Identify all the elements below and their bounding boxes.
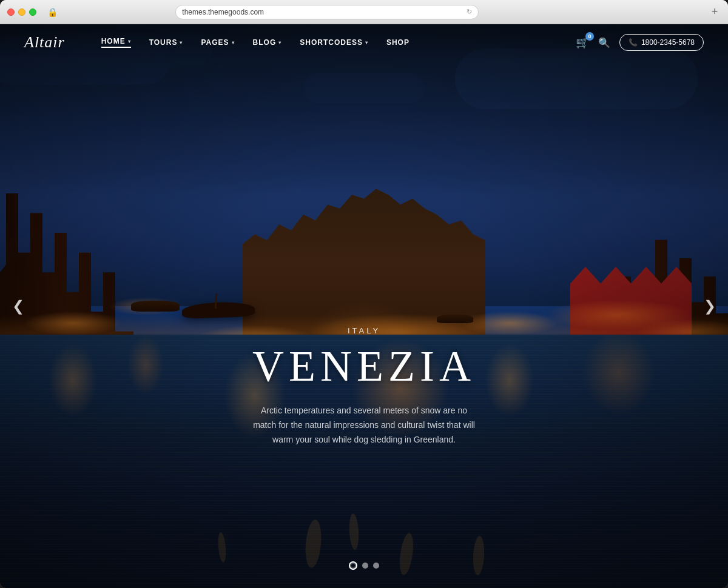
hero-description: Arctic temperatures and several meters o… <box>249 404 479 447</box>
nav-item-blog[interactable]: BLOG ▾ <box>253 38 282 47</box>
hero-subtitle: ITALY <box>182 326 546 335</box>
shortcodess-dropdown-arrow: ▾ <box>365 40 368 45</box>
new-tab-button[interactable]: + <box>709 6 721 18</box>
maximize-button[interactable] <box>29 8 36 16</box>
search-button[interactable]: 🔍 <box>598 37 610 48</box>
address-text: themes.themegoods.com <box>182 8 264 16</box>
nav-item-home[interactable]: HOME ▾ <box>101 37 131 48</box>
browser-window: 🔒 themes.themegoods.com ↻ + <box>0 0 728 588</box>
phone-icon: 📞 <box>629 38 638 47</box>
home-dropdown-arrow: ▾ <box>128 39 131 44</box>
minimize-button[interactable] <box>18 8 25 16</box>
slider-dots <box>349 561 379 570</box>
nav-item-shortcodess[interactable]: SHORTCODESS ▾ <box>300 38 368 47</box>
hero-title: VENEZIA <box>182 341 546 392</box>
phone-button[interactable]: 📞 1800-2345-5678 <box>619 34 704 51</box>
cart-badge: 0 <box>585 32 594 41</box>
nav-right: 🛒 0 🔍 📞 1800-2345-5678 <box>576 34 704 51</box>
browser-toolbar: 🔒 themes.themegoods.com ↻ + <box>46 5 721 19</box>
nav-item-pages[interactable]: PAGES ▾ <box>201 38 234 47</box>
boat-2 <box>437 315 473 323</box>
phone-number: 1800-2345-5678 <box>641 38 695 47</box>
boat-1 <box>131 301 180 312</box>
refresh-icon[interactable]: ↻ <box>467 8 472 16</box>
pages-dropdown-arrow: ▾ <box>232 40 235 45</box>
cart-button[interactable]: 🛒 0 <box>576 36 589 49</box>
browser-titlebar: 🔒 themes.themegoods.com ↻ + <box>0 0 728 24</box>
slider-dot-1[interactable] <box>349 561 357 570</box>
slider-dot-2[interactable] <box>362 563 368 569</box>
traffic-lights <box>7 8 36 16</box>
address-bar[interactable]: themes.themegoods.com ↻ <box>175 5 479 19</box>
nav-item-shop[interactable]: SHOP <box>386 38 410 47</box>
slider-prev-button[interactable]: ❮ <box>12 298 24 315</box>
nav-menu: HOME ▾ TOURS ▾ PAGES ▾ BLOG ▾ <box>101 37 576 48</box>
security-icon: 🔒 <box>46 6 58 18</box>
hero-content: ITALY VENEZIA Arctic temperatures and se… <box>182 326 546 447</box>
blog-dropdown-arrow: ▾ <box>278 40 281 45</box>
tours-dropdown-arrow: ▾ <box>180 40 183 45</box>
close-button[interactable] <box>7 8 15 16</box>
website-content: Altair HOME ▾ TOURS ▾ PAGES ▾ <box>0 24 728 588</box>
slider-next-button[interactable]: ❯ <box>704 298 716 315</box>
site-logo[interactable]: Altair <box>24 33 65 52</box>
slider-dot-3[interactable] <box>373 563 379 569</box>
navbar: Altair HOME ▾ TOURS ▾ PAGES ▾ <box>0 24 728 61</box>
hero-section: Altair HOME ▾ TOURS ▾ PAGES ▾ <box>0 24 728 588</box>
nav-item-tours[interactable]: TOURS ▾ <box>149 38 183 47</box>
